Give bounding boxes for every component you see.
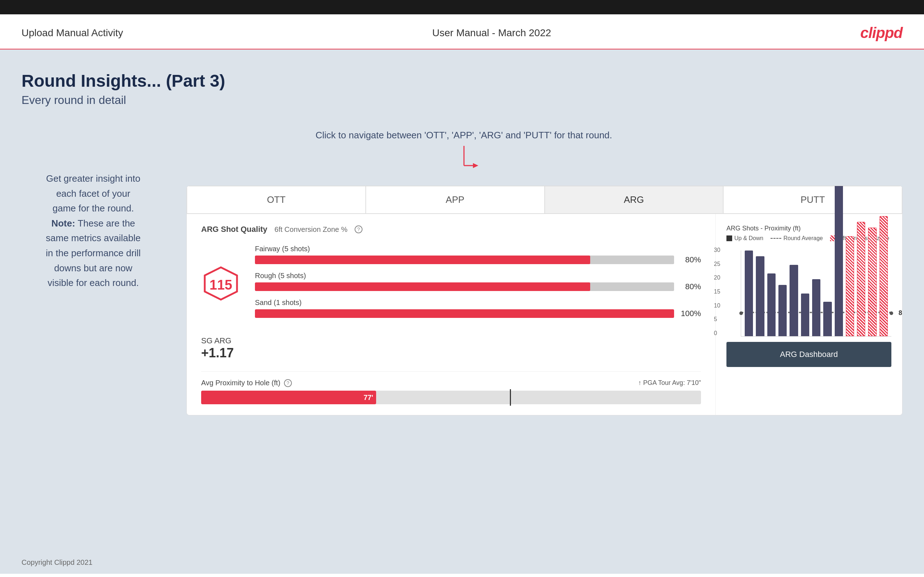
chart-bar-col-2 <box>767 250 775 336</box>
legend-updown: Up & Down <box>727 235 763 242</box>
top-bar <box>0 0 924 15</box>
chart-bar-col-6 <box>812 250 821 336</box>
pga-avg-label: ↑ PGA Tour Avg: 7'10" <box>638 379 701 387</box>
legend-square-icon <box>727 235 732 241</box>
card-body: ARG Shot Quality 6ft Conversion Zone % ? <box>187 214 902 415</box>
proximity-help-icon[interactable]: ? <box>284 379 292 387</box>
bar-sand-pct: 100% <box>680 309 701 318</box>
chart-bar-4 <box>790 265 798 336</box>
bar-rough-pct: 80% <box>680 282 701 292</box>
header: Upload Manual Activity User Manual - Mar… <box>0 15 924 50</box>
bar-fairway-fill <box>255 256 590 264</box>
tab-arg[interactable]: ARG <box>544 186 724 214</box>
bar-sand-label: Sand (1 shots) <box>255 298 701 307</box>
sg-section: SG ARG +1.17 <box>201 336 701 361</box>
dashed-label: 8 <box>898 309 902 317</box>
manual-date-label: User Manual - March 2022 <box>433 27 551 39</box>
chart-legend: Up & Down Round Average 6 ft conversion … <box>727 235 892 242</box>
chart-bar-11 <box>868 227 876 336</box>
content-layout: Get greater insight into each facet of y… <box>21 128 903 415</box>
bar-fairway: Fairway (5 shots) 80% <box>255 245 701 264</box>
chart-bar-col-0 <box>745 250 753 336</box>
bar-rough: Rough (5 shots) 80% <box>255 272 701 292</box>
chart-bar-col-4 <box>790 250 798 336</box>
chart-bar-col-3 <box>779 250 787 336</box>
insight-text: Get greater insight into each facet of y… <box>21 171 165 291</box>
chart-bar-10 <box>857 222 865 336</box>
tab-app[interactable]: APP <box>366 186 544 214</box>
page-subtitle: Every round in detail <box>21 93 903 107</box>
hex-badge: 115 <box>201 266 241 305</box>
sg-value: +1.17 <box>201 345 701 361</box>
card-right-section: ARG Shots - Proximity (ft) Up & Down Rou… <box>716 214 902 415</box>
sg-label: SG ARG <box>201 336 701 345</box>
bar-rough-track <box>255 282 674 291</box>
page-title: Round Insights... (Part 3) <box>21 71 903 91</box>
tab-bar: OTT APP ARG PUTT <box>187 186 902 214</box>
hex-value: 115 <box>209 277 232 293</box>
bar-rough-fill <box>255 282 590 291</box>
chart-bar-0 <box>745 250 753 336</box>
chart-bars-container <box>741 250 892 336</box>
arg-dashboard-button[interactable]: ARG Dashboard <box>727 342 892 367</box>
chart-bar-col-10 <box>857 250 865 336</box>
chart-y-labels: 30 25 20 15 10 5 0 <box>714 247 720 337</box>
chart-bar-col-11 <box>868 250 876 336</box>
proximity-section: Avg Proximity to Hole (ft) ? ↑ PGA Tour … <box>201 371 701 404</box>
chart-wrapper: 30 25 20 15 10 5 0 <box>727 247 892 337</box>
chart-bar-12 <box>880 216 888 336</box>
proximity-bar-track: 77' <box>201 391 701 404</box>
legend-dash-icon <box>771 238 781 239</box>
chart-bar-2 <box>767 274 775 336</box>
note-label: Note: <box>51 218 75 229</box>
bar-fairway-track <box>255 256 674 264</box>
chart-bar-8 <box>835 185 843 336</box>
chart-bar-5 <box>801 293 809 337</box>
proximity-bar-fill: 77' <box>201 391 376 404</box>
chart-bar-9 <box>846 236 854 336</box>
chart-bar-col-1 <box>756 250 764 336</box>
chart-bar-col-5 <box>801 250 809 336</box>
legend-round-avg: Round Average <box>771 235 823 242</box>
proximity-header: Avg Proximity to Hole (ft) ? ↑ PGA Tour … <box>201 379 701 387</box>
bar-items: Fairway (5 shots) 80% <box>255 245 701 326</box>
bar-sand-row: 100% <box>255 309 701 318</box>
tab-putt[interactable]: PUTT <box>723 186 902 214</box>
chart-bar-col-12 <box>880 250 888 336</box>
bar-fairway-pct: 80% <box>680 255 701 264</box>
chart-bar-col-8 <box>835 250 843 336</box>
logo: clippd <box>860 24 903 42</box>
chart-bar-7 <box>823 302 832 336</box>
bar-sand-fill <box>255 309 674 318</box>
chart-bar-col-7 <box>823 250 832 336</box>
shot-quality-label: ARG Shot Quality <box>201 225 268 234</box>
card-left-section: ARG Shot Quality 6ft Conversion Zone % ? <box>187 214 716 415</box>
proximity-title: Avg Proximity to Hole (ft) ? <box>201 379 292 387</box>
hex-bar-container: 115 Fairway (5 shots) <box>201 245 701 326</box>
bar-rough-row: 80% <box>255 282 701 292</box>
chart-title: ARG Shots - Proximity (ft) <box>727 225 892 232</box>
upload-label: Upload Manual Activity <box>21 27 123 39</box>
bar-fairway-row: 80% <box>255 255 701 264</box>
main-card: OTT APP ARG PUTT <box>186 185 903 415</box>
bar-sand-track <box>255 309 674 318</box>
bar-rough-label: Rough (5 shots) <box>255 272 701 280</box>
section-header: ARG Shot Quality 6ft Conversion Zone % ? <box>201 225 701 234</box>
conversion-label: 6ft Conversion Zone % <box>275 226 347 234</box>
chart-area: 8 <box>741 250 892 337</box>
proximity-marker <box>510 389 511 406</box>
chart-bar-col-9 <box>846 250 854 336</box>
chart-bar-6 <box>812 279 821 336</box>
bar-fairway-label: Fairway (5 shots) <box>255 245 701 253</box>
chart-bar-1 <box>756 256 764 336</box>
copyright-label: Copyright Clippd 2021 <box>21 558 92 566</box>
help-icon[interactable]: ? <box>355 226 362 233</box>
left-panel: Get greater insight into each facet of y… <box>21 128 165 415</box>
footer: Copyright Clippd 2021 <box>0 551 924 574</box>
bar-sand: Sand (1 shots) 100% <box>255 298 701 318</box>
right-panel: OTT APP ARG PUTT <box>186 128 903 415</box>
main-content: Round Insights... (Part 3) Every round i… <box>0 50 924 551</box>
tab-ott[interactable]: OTT <box>187 186 366 214</box>
chart-bar-3 <box>779 285 787 336</box>
